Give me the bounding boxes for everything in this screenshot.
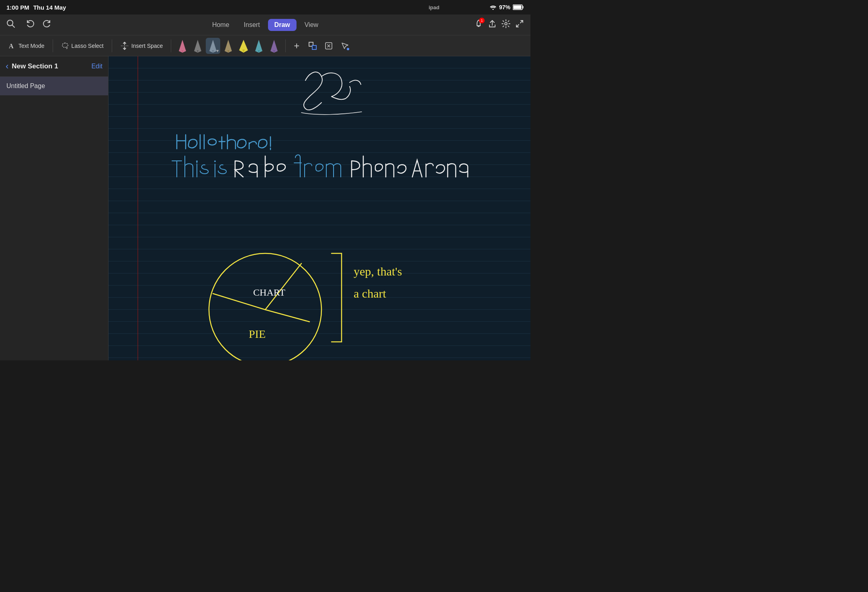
device-label: ipad [429, 4, 440, 10]
pen-tan[interactable] [221, 38, 235, 54]
status-right: 97% [489, 4, 524, 10]
lasso-icon [61, 42, 69, 50]
separator-4 [285, 39, 286, 52]
pen-dropdown-arrow: ▼ [215, 49, 219, 53]
text-mode-button[interactable]: A Text Mode [4, 39, 49, 52]
smart-select-button[interactable] [338, 39, 352, 53]
redo-button[interactable] [43, 19, 51, 30]
pen-yellow-highlighter[interactable] [236, 38, 251, 54]
insert-space-button[interactable]: Insert Space [116, 39, 167, 53]
draw-toolbar: A Text Mode Lasso Select Insert Space [0, 35, 530, 56]
separator-1 [53, 39, 53, 52]
battery-icon [513, 4, 524, 10]
svg-line-4 [12, 25, 15, 27]
nav-bar: Home Insert Draw View 1 [0, 14, 530, 35]
shapes-button[interactable] [306, 39, 319, 53]
pen-purple[interactable] [267, 38, 281, 54]
svg-point-6 [505, 23, 507, 25]
page-item[interactable]: Untitled Page [0, 77, 108, 95]
canvas-lines [108, 56, 530, 360]
svg-rect-2 [514, 6, 522, 9]
battery-display: 97% [499, 4, 510, 10]
nav-tabs: Home Insert Draw View [206, 19, 325, 31]
separator-3 [171, 39, 171, 52]
pen-teal[interactable] [252, 38, 266, 54]
notification-badge: 1 [479, 18, 485, 23]
nav-right-icons: 1 [474, 19, 524, 30]
lasso-select-label: Lasso Select [72, 43, 104, 49]
date-display: Thu 14 May [33, 4, 66, 11]
separator-2 [112, 39, 112, 52]
sidebar-back-button[interactable]: ‹ [6, 61, 8, 72]
status-bar: 1:00 PM Thu 14 May ipad 97% [0, 0, 530, 14]
pen-gray1[interactable] [190, 38, 205, 54]
edit-button[interactable]: Edit [91, 63, 102, 70]
canvas-area[interactable]: CHART PIE yep, that's a chart [108, 56, 530, 360]
time-display: 1:00 PM [6, 4, 29, 11]
text-mode-icon: A [8, 42, 16, 50]
insert-space-label: Insert Space [131, 43, 163, 49]
tab-draw[interactable]: Draw [268, 19, 297, 31]
share-button[interactable] [488, 19, 497, 30]
margin-line [137, 56, 138, 360]
svg-line-7 [520, 21, 523, 23]
tab-insert[interactable]: Insert [237, 19, 266, 31]
lasso-select-button[interactable]: Lasso Select [57, 39, 108, 52]
tab-view[interactable]: View [298, 19, 325, 31]
pen-grayblue[interactable]: ▼ [206, 38, 220, 54]
add-tool-button[interactable]: + [290, 39, 303, 53]
pen-pink[interactable] [175, 38, 190, 54]
status-left: 1:00 PM Thu 14 May [6, 4, 66, 11]
svg-rect-28 [312, 45, 316, 49]
sidebar: ‹ New Section 1 Edit Untitled Page [0, 56, 108, 360]
settings-button[interactable] [502, 19, 510, 30]
transform-button[interactable] [322, 39, 336, 53]
svg-point-30 [347, 48, 349, 50]
search-button[interactable] [6, 19, 15, 31]
undo-button[interactable] [26, 19, 35, 30]
svg-rect-1 [523, 6, 524, 8]
insert-space-icon [120, 41, 129, 50]
main-layout: ‹ New Section 1 Edit Untitled Page [0, 56, 530, 360]
section-title: New Section 1 [12, 62, 91, 70]
text-mode-label: Text Mode [18, 43, 45, 49]
svg-line-8 [516, 25, 519, 27]
notifications-button[interactable]: 1 [474, 19, 483, 30]
sidebar-header: ‹ New Section 1 Edit [0, 56, 108, 77]
svg-text:A: A [9, 43, 14, 49]
expand-button[interactable] [515, 19, 524, 30]
pen-tools: ▼ [175, 38, 281, 54]
wifi-icon [489, 4, 497, 10]
tab-home[interactable]: Home [206, 19, 236, 31]
